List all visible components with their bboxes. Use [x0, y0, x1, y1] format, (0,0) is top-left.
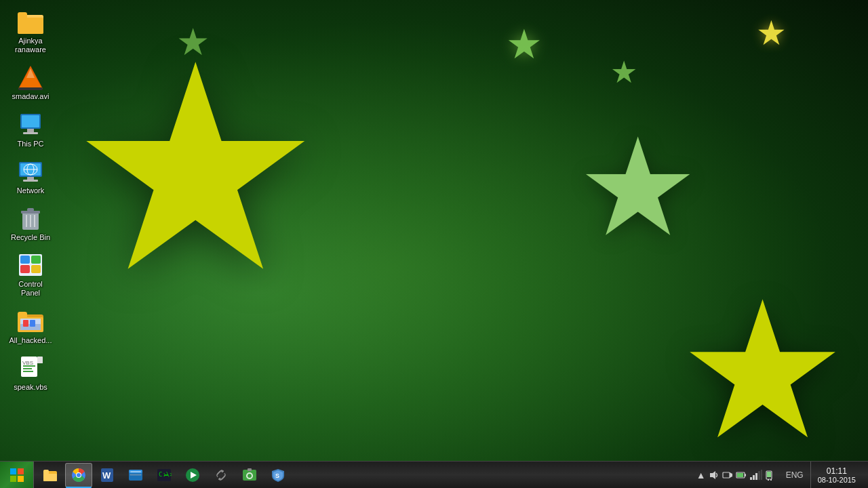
ajinkya-ranaware-icon — [17, 8, 44, 35]
desktop-icon-this-pc[interactable]: This PC — [3, 108, 58, 151]
big-star-decoration: ★ — [68, 27, 323, 312]
svg-rect-39 — [37, 357, 43, 363]
taskbar-chain-app[interactable] — [208, 463, 235, 487]
taskbar-file-explorer[interactable] — [37, 463, 64, 487]
network-icon — [17, 158, 44, 185]
svg-rect-17 — [27, 177, 34, 180]
svg-rect-72 — [723, 472, 730, 478]
desktop-icon-network[interactable]: Network — [3, 155, 58, 198]
svg-rect-67 — [248, 468, 252, 471]
mid-star-decoration: ★ — [577, 108, 698, 266]
tray-media-icon — [722, 470, 733, 481]
clock-area[interactable]: 01:11 08-10-2015 — [810, 462, 863, 488]
small-star-2-decoration: ★ — [756, 14, 787, 53]
svg-rect-50 — [43, 470, 49, 474]
svg-rect-49 — [43, 474, 57, 481]
svg-point-69 — [248, 474, 252, 478]
svg-rect-59 — [130, 471, 141, 472]
desktop-icon-speak-vbs[interactable]: VBS speak.vbs — [3, 352, 58, 394]
svg-rect-79 — [755, 473, 757, 480]
desktop-icon-recycle-bin[interactable]: Recycle Bin — [3, 202, 58, 245]
tray-network-icon — [749, 470, 763, 481]
svg-rect-47 — [18, 476, 24, 482]
desktop-icons-area: Ajinkyaranaware smadav.avi — [0, 0, 61, 461]
language-indicator[interactable]: ENG — [782, 470, 808, 480]
taskbar-shield-app[interactable]: S — [264, 463, 292, 487]
svg-rect-45 — [18, 468, 24, 474]
tray-battery-icon — [736, 470, 747, 481]
svg-rect-32 — [18, 312, 27, 319]
svg-rect-21 — [27, 208, 34, 211]
taskbar: W C:\> — [0, 461, 868, 488]
svg-marker-73 — [730, 472, 732, 478]
svg-rect-6 — [18, 87, 43, 90]
svg-rect-85 — [770, 479, 772, 481]
far-right-star-decoration: ★ — [677, 260, 848, 481]
svg-rect-11 — [23, 132, 38, 134]
desktop-icon-control-panel[interactable]: ControlPanel — [3, 249, 58, 300]
taskbar-right: ▲ — [687, 462, 868, 488]
svg-text:S: S — [275, 472, 279, 479]
clock-time: 01:11 — [827, 466, 847, 476]
desktop-icon-smadav-avi[interactable]: smadav.avi — [3, 61, 58, 104]
clock-date: 08-10-2015 — [818, 476, 856, 484]
svg-rect-44 — [10, 468, 16, 474]
svg-rect-63 — [164, 474, 168, 476]
desktop-icon-ajinkya-ranaware[interactable]: Ajinkyaranaware — [3, 5, 58, 57]
speak-vbs-label: speak.vbs — [14, 383, 47, 392]
all-hacked-icon — [17, 308, 44, 335]
control-panel-label: ControlPanel — [18, 280, 42, 298]
recycle-bin-label: Recycle Bin — [11, 233, 50, 242]
taskbar-greenshot[interactable] — [236, 463, 263, 487]
all-hacked-label: All_hacked... — [9, 336, 52, 345]
small-star-3-decoration: ★ — [610, 54, 637, 90]
taskbar-chrome[interactable] — [65, 463, 92, 487]
recycle-bin-icon — [17, 205, 44, 232]
svg-rect-80 — [758, 471, 760, 480]
ajinkya-ranaware-label: Ajinkyaranaware — [15, 37, 46, 54]
svg-rect-10 — [27, 129, 34, 132]
svg-rect-29 — [31, 265, 41, 273]
smadav-avi-label: smadav.avi — [12, 92, 50, 101]
taskbar-cmd[interactable]: C:\> — [151, 463, 178, 487]
small-star-4-decoration: ★ — [176, 20, 210, 64]
svg-text:VBS: VBS — [22, 360, 33, 366]
svg-rect-81 — [761, 470, 762, 480]
svg-marker-71 — [710, 471, 715, 479]
svg-rect-78 — [753, 475, 755, 480]
svg-rect-36 — [30, 320, 35, 327]
network-label: Network — [17, 186, 44, 195]
svg-point-54 — [77, 473, 81, 477]
svg-rect-83 — [767, 472, 771, 477]
desktop: ★ ★ ★ ★ ★ ★ ★ — [0, 0, 868, 488]
svg-rect-46 — [10, 476, 16, 482]
svg-rect-84 — [768, 479, 769, 481]
taskbar-word[interactable]: W — [94, 463, 121, 487]
svg-rect-75 — [745, 474, 746, 476]
svg-rect-3 — [18, 12, 27, 19]
svg-rect-27 — [31, 256, 41, 264]
tray-sound-icon — [709, 470, 719, 481]
start-button[interactable] — [0, 462, 34, 489]
control-panel-icon — [17, 251, 44, 279]
svg-rect-9 — [22, 115, 39, 127]
svg-rect-18 — [23, 180, 38, 182]
svg-rect-28 — [20, 265, 30, 273]
svg-text:W: W — [102, 470, 111, 481]
svg-rect-2 — [18, 18, 43, 34]
taskbar-winamp[interactable] — [179, 463, 206, 487]
taskbar-items: W C:\> — [34, 462, 687, 488]
tray-power-icon — [766, 470, 775, 481]
smadav-avi-icon — [17, 64, 44, 91]
system-tray[interactable]: ▲ — [692, 462, 779, 488]
tray-expand-icon[interactable]: ▲ — [696, 470, 706, 481]
small-star-1-decoration: ★ — [506, 20, 542, 68]
desktop-icon-all-hacked[interactable]: All_hacked... — [3, 305, 58, 348]
taskbar-windows-explorer[interactable] — [122, 463, 149, 487]
svg-rect-76 — [737, 473, 743, 477]
this-pc-icon — [17, 111, 44, 138]
speak-vbs-icon: VBS — [17, 354, 44, 382]
svg-rect-77 — [750, 477, 752, 480]
svg-rect-35 — [23, 320, 28, 327]
this-pc-label: This PC — [17, 140, 43, 148]
